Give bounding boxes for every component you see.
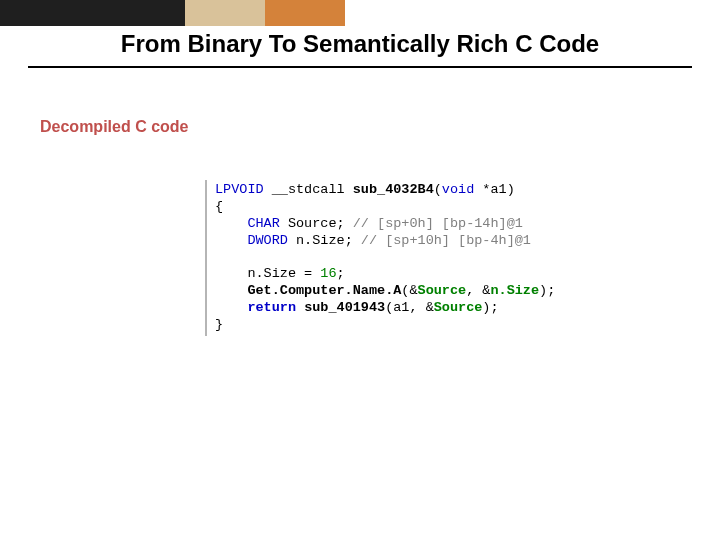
var-source: Source; <box>280 216 353 231</box>
type-char: CHAR <box>247 216 279 231</box>
arg-a1: *a1) <box>474 182 515 197</box>
pad <box>215 300 247 315</box>
brace-open: { <box>215 199 223 214</box>
brace-close: } <box>215 317 223 332</box>
arg-source2: Source <box>434 300 483 315</box>
decompiled-code: LPVOID __stdcall sub_4032B4(void *a1) { … <box>205 180 585 336</box>
sp <box>296 300 304 315</box>
assign-lhs: n.Size = <box>247 266 320 281</box>
stdcall: __stdcall <box>264 182 353 197</box>
block-orange <box>265 0 345 26</box>
page-title: From Binary To Semantically Rich C Code <box>0 30 720 58</box>
block-dark <box>0 0 185 26</box>
type-dword: DWORD <box>247 233 288 248</box>
paren: (& <box>401 283 417 298</box>
comment-1: // [sp+0h] [bp-14h]@1 <box>353 216 523 231</box>
func-name: sub_4032B4 <box>353 182 434 197</box>
paren-open: ( <box>434 182 442 197</box>
arg-source: Source <box>418 283 467 298</box>
title-underline <box>28 66 692 68</box>
semi: ; <box>337 266 345 281</box>
paren: (a1, & <box>385 300 434 315</box>
type-lpvoid: LPVOID <box>215 182 264 197</box>
call-sub401943: sub_401943 <box>304 300 385 315</box>
block-beige <box>185 0 265 26</box>
return-kw: return <box>247 300 296 315</box>
type-void: void <box>442 182 474 197</box>
comma: , & <box>466 283 490 298</box>
header-color-blocks <box>0 0 345 26</box>
pad <box>215 266 247 281</box>
pad <box>215 216 247 231</box>
section-label: Decompiled C code <box>40 118 188 136</box>
pad <box>215 233 247 248</box>
var-nsize: n.Size; <box>288 233 361 248</box>
arg-nsize: n.Size <box>490 283 539 298</box>
pad <box>215 283 247 298</box>
paren-close: ); <box>482 300 498 315</box>
blank-line <box>215 250 223 265</box>
call-getcomputername: Get.Computer.Name.A <box>247 283 401 298</box>
comment-2: // [sp+10h] [bp-4h]@1 <box>361 233 531 248</box>
paren-close: ); <box>539 283 555 298</box>
num-16: 16 <box>320 266 336 281</box>
